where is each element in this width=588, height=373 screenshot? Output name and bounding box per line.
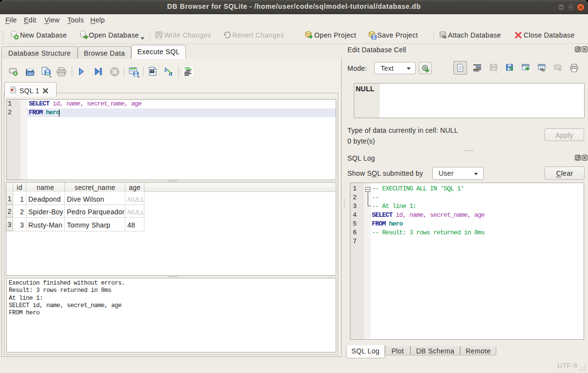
svg-text:b: b (164, 66, 167, 73)
